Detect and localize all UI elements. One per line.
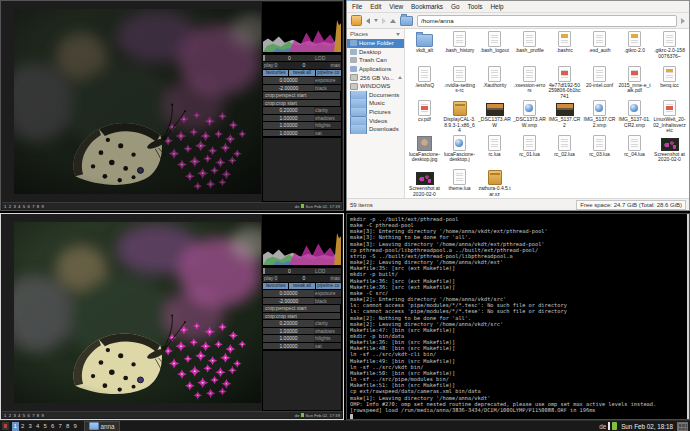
place-item[interactable]: Documents [347,91,404,100]
lod-slider[interactable]: 0 LOD [263,268,341,275]
workspace-button[interactable]: 7 [57,422,64,431]
go-icon[interactable] [681,18,685,24]
keyboard-layout-indicator[interactable]: de [599,423,606,430]
place-item[interactable]: Videos [347,116,404,125]
place-item[interactable]: Applications [347,65,404,74]
photo-canvas[interactable] [14,9,261,194]
up-icon[interactable] [390,19,396,23]
menu-item[interactable]: View [389,3,403,10]
eject-icon[interactable] [398,76,402,79]
crop-perspect-button[interactable]: crop:perspect start [263,305,340,312]
menu-item[interactable]: Tools [468,3,483,10]
place-item[interactable]: Music [347,99,404,108]
file-item[interactable]: rc_04.lua [617,135,652,170]
menu-item[interactable]: Help [491,3,504,10]
exposure-field[interactable]: 0.00000 [263,77,314,84]
menu-item[interactable]: File [352,3,362,10]
file-item[interactable]: rc.lua [477,135,512,170]
file-item[interactable]: rc_03.lua [582,135,617,170]
tab-pipeline-config[interactable]: pipeline co [316,283,341,290]
file-item[interactable]: lucaFascione-desktop.j [442,135,477,170]
tab-tweak-all[interactable]: tweak all [289,283,314,290]
file-item[interactable]: rc_01.lua [512,135,547,170]
file-item[interactable]: IMG_5137-01.CR2.xmp [617,100,652,135]
play-control[interactable]: play 0 0 max [263,62,341,69]
sat-field[interactable]: 1.00000 [263,343,314,350]
histogram[interactable] [263,230,341,265]
file-item[interactable]: IMG_5137.CR2 [547,100,582,135]
tab-favourites[interactable]: favourites [263,70,288,77]
file-item[interactable]: benq.icc [652,66,687,101]
tray-app-icon[interactable] [612,422,617,430]
place-item[interactable]: Trash Can [347,56,404,65]
exposure-field[interactable]: 0.00000 [263,290,314,297]
black-field[interactable]: -2.00000 [263,298,314,305]
crop-crop-button[interactable]: crop:crop start [263,313,340,320]
play-control[interactable]: play 0 0 max [263,275,341,282]
file-item[interactable]: vkdt_alt [407,31,442,66]
photo-canvas[interactable] [14,222,261,403]
file-item[interactable]: .Xauthority [477,66,512,101]
clarity-field[interactable]: 0.20000 [263,107,314,114]
workspace-button[interactable]: 6 [50,422,57,431]
file-item[interactable]: .bash_history [442,31,477,66]
places-header[interactable]: Places [347,29,404,39]
file-item[interactable]: lucaFascione-desktop.jpg [407,135,442,170]
new-tab-icon[interactable] [351,15,362,26]
file-item[interactable]: Screenshot at 2020-02-0 [407,169,442,198]
terminal-window[interactable]: mkdir -p ../built/ext/pthread-poolmake -… [346,213,690,420]
shadows-field[interactable]: 1.00000 [263,115,314,122]
path-bar[interactable]: /home/anna [417,15,677,27]
workspace-button[interactable]: 1 [12,422,19,431]
hilights-field[interactable]: 1.00000 [263,335,314,342]
file-item[interactable]: theme.lua [442,169,477,198]
place-item[interactable]: Desktop [347,48,404,57]
file-item[interactable]: Screenshot at 2020-02-0 [652,135,687,170]
file-item[interactable]: cv.pdf [407,100,442,135]
file-item[interactable]: .gtkrc-2.0 [617,31,652,66]
workspace-button[interactable]: 2 [20,422,27,431]
tab-tweak-all[interactable]: tweak all [289,70,314,77]
layout-grid-icon[interactable] [677,422,688,431]
lod-slider[interactable]: 0 LOD [263,55,341,62]
workspace-button[interactable]: 9 [72,422,79,431]
taskbar-window-button[interactable]: anna [84,421,120,431]
crop-crop-button[interactable]: crop:crop start [263,100,340,107]
clarity-field[interactable]: 0.20000 [263,320,314,327]
workspace-button[interactable]: 5 [42,422,49,431]
file-item[interactable]: .nvidia-settings-rc [442,66,477,101]
file-item[interactable]: LinuxWelt_20-02_Inhaltsverzeic [652,100,687,135]
history-chevron-icon[interactable] [374,19,378,22]
file-item[interactable]: .lesshsQ [407,66,442,101]
home-folder-icon[interactable] [400,16,413,26]
hilights-field[interactable]: 1.00000 [263,122,314,129]
black-field[interactable]: -2.00000 [263,85,314,92]
workspace-button[interactable]: 3 [27,422,34,431]
shadows-field[interactable]: 1.00000 [263,328,314,335]
histogram[interactable] [263,17,341,52]
file-item[interactable]: 4e77df192-50259806-0b1bc741 [547,66,582,101]
file-item[interactable]: .bashrc [547,31,582,66]
forward-icon[interactable] [382,18,386,24]
file-item[interactable]: rc_02.lua [547,135,582,170]
place-item[interactable]: WINDOWS [347,82,404,91]
file-item[interactable]: .esd_auth [582,31,617,66]
file-item[interactable]: IMG_5137.CR2.xmp [582,100,617,135]
file-item[interactable]: .bash_profile [512,31,547,66]
file-item[interactable]: DisplayCAL-3.8.9.3-1.x86_64 [442,100,477,135]
file-item[interactable]: _DSC1373.ARW.xmp [512,100,547,135]
back-icon[interactable] [366,18,370,24]
file-item[interactable]: .gtkrc-2.0-1580076376~ [652,31,687,66]
play-value-field[interactable]: 0 [278,62,329,69]
file-item[interactable]: .bash_logout [477,31,512,66]
file-item[interactable]: _DSC1373.ARW [477,100,512,135]
menu-item[interactable]: Go [451,3,460,10]
place-item[interactable]: 256 GB Vo... [347,73,404,82]
file-item[interactable]: .xsession-errors [512,66,547,101]
terminal-scrollbar[interactable] [687,214,689,419]
launcher-icon[interactable] [2,422,9,430]
file-item[interactable]: zathura-0.4.5.tar.xz [477,169,512,198]
menu-item[interactable]: Bookmarks [411,3,443,10]
place-item[interactable]: Home Folder [347,39,404,48]
tab-favourites[interactable]: favourites [263,283,288,290]
